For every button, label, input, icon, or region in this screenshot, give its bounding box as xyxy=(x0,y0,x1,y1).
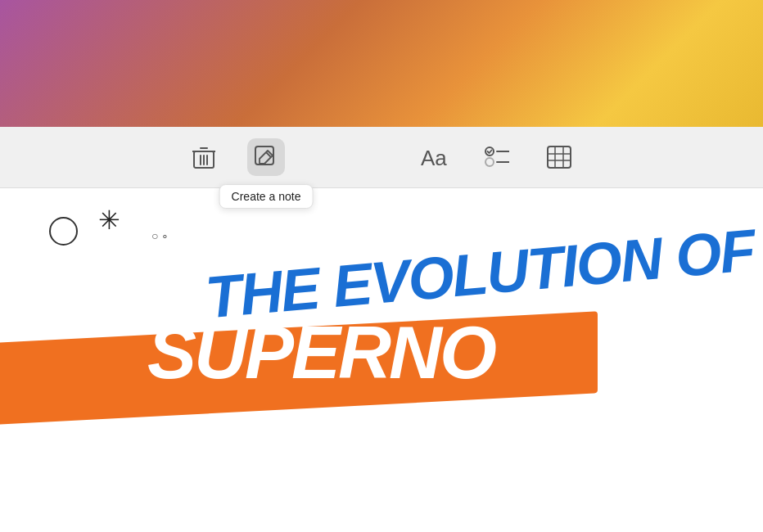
checklist-icon xyxy=(485,146,509,169)
toolbar: Create a note Aa xyxy=(0,127,763,188)
trash-button[interactable] xyxy=(185,138,223,176)
table-icon xyxy=(547,146,571,169)
create-note-tooltip: Create a note xyxy=(219,184,314,209)
svg-rect-4 xyxy=(255,147,273,165)
supernova-text: SUPERNO xyxy=(147,311,494,395)
checklist-button[interactable] xyxy=(478,138,516,176)
trash-icon xyxy=(192,145,215,169)
content-area: ✳ ○ ∘ THE EVOLUTION OF M SUPERNO xyxy=(0,188,763,532)
svg-rect-10 xyxy=(548,147,571,168)
font-icon: Aa xyxy=(421,146,449,169)
table-button[interactable] xyxy=(540,138,578,176)
doodle-small-circles: ○ ∘ xyxy=(151,229,169,242)
create-note-button[interactable]: Create a note xyxy=(247,138,285,176)
background-gradient xyxy=(0,0,763,139)
svg-point-8 xyxy=(485,158,494,166)
font-button[interactable]: Aa xyxy=(416,138,454,176)
compose-icon xyxy=(255,146,278,169)
doodle-circle xyxy=(49,217,78,246)
svg-point-6 xyxy=(485,147,494,156)
svg-text:Aa: Aa xyxy=(421,146,447,169)
doodle-star: ✳ xyxy=(98,205,120,236)
